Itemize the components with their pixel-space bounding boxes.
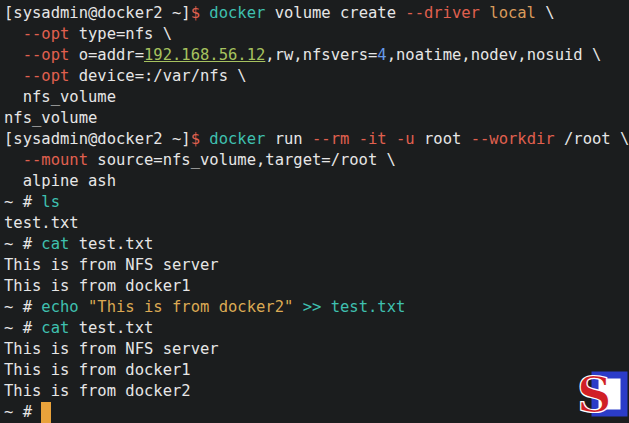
terminal-line: [sysadmin@docker2 ~]$ docker volume crea… [4,3,629,24]
terminal-text-segment: This is from NFS server [4,340,219,358]
terminal-text-segment: ~ # [4,403,41,421]
terminal-text-segment: --opt [23,67,70,85]
terminal-text-segment: nfs_volume [4,88,116,106]
terminal-text-segment: test.txt [4,214,79,232]
logo-graphic: S [574,371,628,417]
terminal-line: This is from docker1 [4,360,629,381]
terminal-text-segment: --opt [23,46,70,64]
terminal-text-segment: volume create [265,4,405,22]
terminal-text-segment: ,rw,nfsvers= [265,46,377,64]
terminal-text-segment [79,298,88,316]
terminal-output: [sysadmin@docker2 ~]$ docker volume crea… [4,3,629,423]
terminal-text-segment: This is from docker2 [4,382,191,400]
terminal-text-segment: type=nfs \ [69,25,172,43]
terminal-text-segment: >> test.txt [303,298,406,316]
terminal-line: ~ # echo "This is from docker2" >> test.… [4,297,629,318]
terminal-line: nfs_volume [4,87,629,108]
terminal-text-segment: This is from docker1 [4,361,191,379]
terminal-text-segment: [sysadmin@docker2 ~] [4,130,191,148]
terminal-text-segment: -it [359,130,387,148]
terminal-text-segment [4,151,23,169]
terminal-text-segment [4,25,23,43]
terminal-line: ~ # cat test.txt [4,234,629,255]
terminal-text-segment: 192.168.56.12 [144,46,265,64]
terminal-text-segment: This is from docker1 [4,277,191,295]
terminal-text-segment: run [265,130,312,148]
terminal-line: --mount source=nfs_volume,target=/root \ [4,150,629,171]
terminal-text-segment: test.txt [69,235,153,253]
terminal-line: ~ # [4,402,629,423]
terminal-line: --opt type=nfs \ [4,24,629,45]
terminal-line: --opt device=:/var/nfs \ [4,66,629,87]
terminal-text-segment: ls [41,193,60,211]
terminal-text-segment [349,130,358,148]
terminal-text-segment: "This is from docker2" [88,298,293,316]
terminal-text-segment: --driver [405,4,480,22]
terminal-text-segment: docker [209,130,265,148]
terminal-text-segment: --opt [23,25,70,43]
logo-letter-s: S [577,371,612,417]
terminal-text-segment: /root \ [555,130,629,148]
terminal-text-segment: root [415,130,471,148]
terminal-line: This is from docker2 [4,381,629,402]
terminal-line: ~ # cat test.txt [4,318,629,339]
terminal-text-segment: \ [536,4,555,22]
terminal-text-segment: cat [41,235,69,253]
terminal-line: alpine ash [4,171,629,192]
terminal-text-segment: cat [41,319,69,337]
terminal-text-segment: test.txt [69,319,153,337]
terminal-text-segment: local [489,4,536,22]
terminal-line: ~ # ls [4,192,629,213]
terminal-text-segment: -u [396,130,415,148]
terminal-text-segment: --mount [23,151,88,169]
terminal-text-segment: 4 [377,46,386,64]
terminal-line: nfs_volume [4,108,629,129]
terminal-text-segment: ,noatime,nodev,nosuid \ [387,46,602,64]
terminal-text-segment: echo [41,298,78,316]
terminal-line: This is from docker1 [4,276,629,297]
terminal-text-segment [480,4,489,22]
terminal-text-segment: ~ # [4,193,41,211]
terminal-text-segment: --rm [312,130,349,148]
terminal-text-segment: docker [209,4,265,22]
terminal-line: This is from NFS server [4,255,629,276]
terminal-line: This is from NFS server [4,339,629,360]
terminal-text-segment: device=:/var/nfs \ [69,67,246,85]
channel-logo: S [574,371,628,417]
terminal-line: [sysadmin@docker2 ~]$ docker run --rm -i… [4,129,629,150]
terminal-line: test.txt [4,213,629,234]
terminal-text-segment: ~ # [4,235,41,253]
terminal-text-segment: $ [191,4,210,22]
terminal-window[interactable]: [sysadmin@docker2 ~]$ docker volume crea… [0,0,629,423]
terminal-text-segment: nfs_volume [4,109,97,127]
terminal-text-segment: source=nfs_volume,target=/root \ [88,151,396,169]
terminal-text-segment: $ [191,130,210,148]
terminal-text-segment: [sysadmin@docker2 ~] [4,4,191,22]
terminal-cursor [41,402,50,423]
terminal-text-segment: o=addr= [69,46,144,64]
terminal-text-segment [4,46,23,64]
terminal-text-segment: alpine ash [4,172,116,190]
terminal-text-segment: ~ # [4,319,41,337]
terminal-text-segment [387,130,396,148]
terminal-text-segment [4,67,23,85]
terminal-text-segment: This is from NFS server [4,256,219,274]
terminal-line: --opt o=addr=192.168.56.12,rw,nfsvers=4,… [4,45,629,66]
terminal-text-segment [293,298,302,316]
terminal-text-segment: ~ # [4,298,41,316]
terminal-text-segment: --workdir [471,130,555,148]
